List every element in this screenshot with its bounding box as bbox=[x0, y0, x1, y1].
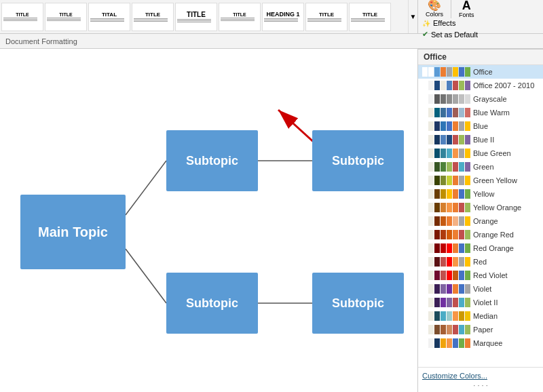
main-topic-box: Main Topic bbox=[20, 195, 126, 269]
swatch-group bbox=[422, 203, 470, 212]
style-thumb-5[interactable]: TITLE bbox=[219, 3, 261, 31]
color-theme-item[interactable]: Paper bbox=[418, 323, 543, 336]
color-swatch bbox=[428, 149, 434, 158]
color-swatch bbox=[428, 81, 434, 90]
color-swatch bbox=[459, 230, 464, 239]
svg-line-0 bbox=[126, 161, 166, 215]
color-theme-item[interactable]: Office 2007 - 2010 bbox=[418, 79, 543, 92]
color-theme-item[interactable]: Green Yellow bbox=[418, 174, 543, 187]
color-swatch bbox=[434, 298, 440, 307]
color-swatch bbox=[428, 311, 434, 321]
color-swatch bbox=[434, 176, 440, 185]
style-thumb-2[interactable]: Tital bbox=[88, 3, 130, 31]
color-swatch bbox=[447, 81, 452, 90]
color-swatch bbox=[441, 121, 446, 131]
color-theme-item[interactable]: Yellow bbox=[418, 187, 543, 201]
color-swatch bbox=[441, 189, 446, 199]
color-swatch bbox=[441, 203, 446, 212]
color-swatch bbox=[428, 135, 434, 144]
color-swatch bbox=[459, 271, 464, 280]
color-theme-item[interactable]: Violet II bbox=[418, 296, 543, 309]
color-theme-item[interactable]: Red Violet bbox=[418, 269, 543, 282]
color-swatch bbox=[453, 243, 458, 253]
color-theme-item[interactable]: Blue II bbox=[418, 133, 543, 146]
color-theme-item[interactable]: Orange bbox=[418, 214, 543, 228]
dropdown-footer: Customize Colors... · · · · bbox=[418, 367, 543, 392]
style-thumb-3[interactable]: Title bbox=[132, 3, 174, 31]
color-swatch bbox=[441, 298, 446, 307]
color-theme-label: Grayscale bbox=[473, 95, 507, 103]
color-swatch bbox=[422, 325, 428, 334]
color-swatch bbox=[441, 94, 446, 104]
style-thumb-0[interactable]: TITLE bbox=[1, 3, 43, 31]
color-swatch bbox=[447, 298, 452, 307]
color-swatch bbox=[453, 311, 458, 321]
color-swatch bbox=[459, 216, 464, 226]
color-swatch bbox=[422, 284, 428, 294]
color-swatch bbox=[434, 94, 440, 104]
ribbon-right-top: 🎨 Colors A Fonts bbox=[418, 0, 543, 18]
set-default-row[interactable]: ✔ Set as Default bbox=[418, 28, 543, 40]
color-swatch bbox=[447, 284, 452, 294]
color-theme-item[interactable]: Green bbox=[418, 160, 543, 174]
color-swatch bbox=[428, 216, 434, 226]
subtopic-4-label: Subtopic bbox=[332, 296, 384, 311]
color-theme-item[interactable]: Blue bbox=[418, 119, 543, 133]
color-theme-label: Yellow Orange bbox=[473, 203, 521, 212]
customize-colors-link[interactable]: Customize Colors... bbox=[422, 370, 539, 381]
color-swatch bbox=[428, 230, 434, 239]
color-swatch bbox=[422, 243, 428, 253]
color-theme-item[interactable]: Blue Green bbox=[418, 146, 543, 160]
color-theme-label: Green Yellow bbox=[473, 176, 517, 184]
style-thumb-1[interactable]: TITLE bbox=[45, 3, 87, 31]
color-swatch bbox=[441, 216, 446, 226]
swatch-group bbox=[422, 67, 470, 77]
color-theme-item[interactable]: Office bbox=[418, 65, 543, 79]
ribbon: TITLE TITLE Tital Title Title TITLE Head… bbox=[0, 0, 543, 34]
color-theme-label: Office 2007 - 2010 bbox=[473, 81, 534, 90]
color-swatch bbox=[441, 243, 446, 253]
color-swatch bbox=[465, 271, 470, 280]
color-theme-item[interactable]: Violet bbox=[418, 282, 543, 296]
color-swatch bbox=[434, 284, 440, 294]
color-swatch bbox=[441, 135, 446, 144]
color-swatch bbox=[465, 176, 470, 185]
color-swatch bbox=[459, 338, 464, 348]
color-swatch bbox=[441, 149, 446, 158]
color-theme-label: Blue II bbox=[473, 136, 494, 144]
color-swatch bbox=[422, 135, 428, 144]
style-thumb-8[interactable]: Title bbox=[349, 3, 391, 31]
mindmap: Main Topic Subtopic Subtopic Subtopic Su… bbox=[14, 90, 414, 388]
color-theme-item[interactable]: Median bbox=[418, 309, 543, 323]
dropdown-list[interactable]: OfficeOffice 2007 - 2010GrayscaleBlue Wa… bbox=[418, 65, 543, 367]
color-theme-item[interactable]: Red Orange bbox=[418, 241, 543, 255]
effects-row[interactable]: ✨ Effects bbox=[418, 18, 543, 28]
color-swatch bbox=[428, 243, 434, 253]
color-swatch bbox=[422, 203, 428, 212]
swatch-group bbox=[422, 189, 470, 199]
color-swatch bbox=[434, 135, 440, 144]
color-swatch bbox=[459, 203, 464, 212]
color-swatch bbox=[422, 338, 428, 348]
color-swatch bbox=[465, 149, 470, 158]
color-theme-item[interactable]: Grayscale bbox=[418, 92, 543, 106]
style-thumb-4[interactable]: Title bbox=[175, 3, 217, 31]
style-thumb-7[interactable]: Title bbox=[305, 3, 348, 31]
colors-button[interactable]: 🎨 Colors bbox=[421, 0, 448, 20]
color-swatch bbox=[434, 121, 440, 131]
ribbon-scroll-down[interactable]: ▼ bbox=[408, 0, 417, 33]
color-swatch bbox=[459, 67, 464, 77]
ribbon-styles-area: TITLE TITLE Tital Title Title TITLE Head… bbox=[0, 0, 408, 33]
color-theme-item[interactable]: Red bbox=[418, 255, 543, 269]
style-thumb-6[interactable]: Heading 1 bbox=[262, 3, 304, 31]
color-swatch bbox=[422, 230, 428, 239]
color-theme-label: Red Violet bbox=[473, 271, 508, 279]
color-theme-item[interactable]: Orange Red bbox=[418, 228, 543, 241]
swatch-group bbox=[422, 162, 470, 172]
color-theme-item[interactable]: Blue Warm bbox=[418, 106, 543, 119]
color-theme-item[interactable]: Marquee bbox=[418, 336, 543, 350]
color-swatch bbox=[447, 203, 452, 212]
swatch-group bbox=[422, 121, 470, 131]
color-theme-item[interactable]: Yellow Orange bbox=[418, 201, 543, 214]
color-swatch bbox=[453, 94, 458, 104]
